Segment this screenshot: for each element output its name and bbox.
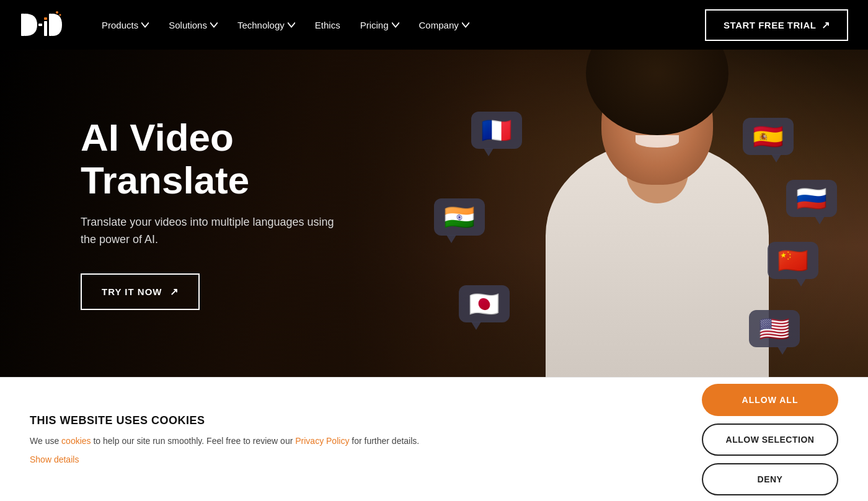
cookie-actions: ALLOW ALL ALLOW SELECTION DENY	[702, 384, 838, 495]
allow-all-button[interactable]: ALLOW ALL	[702, 384, 838, 416]
nav-item-ethics[interactable]: Ethics	[308, 15, 348, 35]
privacy-policy-link[interactable]: Privacy Policy	[295, 436, 349, 446]
chevron-down-icon	[288, 21, 295, 29]
deny-button[interactable]: DENY	[702, 463, 838, 495]
logo[interactable]	[20, 9, 64, 41]
japan-flag-icon: 🇯🇵	[469, 291, 500, 316]
hero-text: AI Video Translate Translate your videos…	[81, 117, 403, 309]
hero-subtitle: Translate your videos into multiple lang…	[81, 214, 341, 249]
bubble-japan: 🇯🇵	[459, 285, 510, 322]
bubble-india: 🇮🇳	[434, 198, 485, 236]
start-free-trial-button[interactable]: START FREE TRIAL ↗	[705, 9, 848, 41]
nav-item-pricing[interactable]: Pricing	[353, 15, 407, 35]
russia-flag-icon: 🇷🇺	[796, 186, 827, 211]
svg-rect-1	[38, 24, 42, 26]
arrow-icon: ↗	[170, 286, 179, 298]
bubble-france: 🇫🇷	[471, 112, 522, 149]
nav-item-solutions[interactable]: Solutions	[161, 15, 225, 35]
bubble-china: 🇨🇳	[768, 242, 818, 279]
svg-rect-4	[49, 14, 52, 36]
logo-svg	[20, 9, 64, 41]
try-it-now-button[interactable]: TRY IT NOW ↗	[81, 273, 200, 310]
chevron-down-icon	[462, 21, 469, 29]
france-flag-icon: 🇫🇷	[481, 118, 512, 143]
hero-title: AI Video Translate	[81, 117, 403, 201]
cookie-body: We use cookies to help our site run smoo…	[30, 435, 677, 448]
bubble-russia: 🇷🇺	[786, 180, 837, 217]
cookie-text: THIS WEBSITE USES COOKIES We use cookies…	[30, 414, 677, 465]
navigation: Products Solutions Technology Ethics Pri…	[0, 0, 868, 50]
svg-rect-2	[44, 17, 47, 20]
cookie-banner: THIS WEBSITE USES COOKIES We use cookies…	[0, 377, 868, 501]
spain-flag-icon: 🇪🇸	[753, 124, 784, 149]
arrow-icon: ↗	[822, 19, 830, 31]
svg-point-5	[56, 11, 58, 14]
bubble-spain: 🇪🇸	[743, 118, 794, 155]
india-flag-icon: 🇮🇳	[444, 205, 475, 229]
cookies-link[interactable]: cookies	[61, 436, 91, 446]
svg-point-6	[60, 14, 61, 16]
nav-item-company[interactable]: Company	[412, 15, 477, 35]
china-flag-icon: 🇨🇳	[777, 248, 808, 273]
show-details-link[interactable]: Show details	[30, 454, 79, 464]
hero-section: AI Video Translate Translate your videos…	[0, 50, 868, 377]
svg-rect-3	[44, 21, 47, 36]
nav-item-technology[interactable]: Technology	[230, 15, 303, 35]
chevron-down-icon	[141, 21, 149, 29]
bubble-usa: 🇺🇸	[749, 310, 800, 347]
nav-links: Products Solutions Technology Ethics Pri…	[94, 15, 705, 35]
chevron-down-icon	[392, 21, 399, 29]
cookie-title: THIS WEBSITE USES COOKIES	[30, 414, 677, 427]
allow-selection-button[interactable]: ALLOW SELECTION	[702, 423, 838, 456]
svg-rect-0	[21, 14, 25, 36]
nav-item-products[interactable]: Products	[94, 15, 156, 35]
usa-flag-icon: 🇺🇸	[759, 316, 790, 341]
chevron-down-icon	[210, 21, 218, 29]
